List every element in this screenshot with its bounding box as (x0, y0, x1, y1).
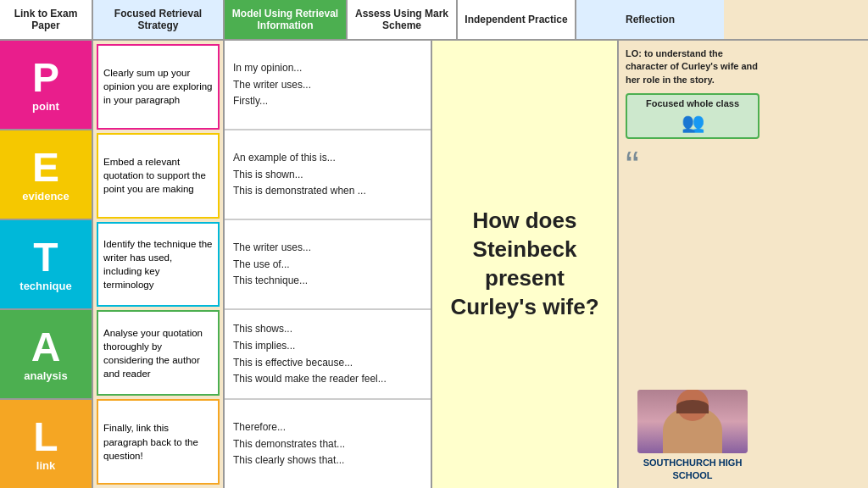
phrase-p-3: Firstly... (233, 94, 422, 108)
school-section: SOUTHCHURCH HIGH SCHOOL (626, 390, 760, 481)
desc-point: Clearly sum up your opinion you are expl… (97, 44, 220, 130)
phrase-p-2: The writer uses... (233, 78, 422, 92)
label-technique: technique (19, 280, 71, 292)
phrases-column: In my opinion... The writer uses... Firs… (225, 41, 432, 488)
phrase-block-t: The writer uses... The use of... This te… (225, 220, 431, 310)
phrase-block-a: This shows... This implies... This is ef… (225, 310, 431, 400)
school-photo (637, 390, 748, 453)
lo-body: to understand the character of Curley's … (626, 48, 758, 85)
tab-model-label: Model Using Retrieval Information (230, 8, 341, 32)
phrase-l-3: This clearly shows that... (233, 453, 422, 468)
letter-column: P point E evidence T technique A analysi… (0, 41, 93, 488)
tab-assess[interactable]: Assess Using Mark Scheme (348, 0, 458, 39)
tab-link-exam-label: Link to Exam Paper (5, 8, 86, 32)
phrase-block-p: In my opinion... The writer uses... Firs… (225, 41, 431, 130)
phrase-e-1: An example of this is... (233, 151, 422, 165)
phrase-block-e: An example of this is... This is shown..… (225, 130, 431, 220)
label-link: link (36, 459, 55, 472)
desc-technique-text: Identify the technique the writer has us… (103, 237, 213, 291)
desc-link-text: Finally, link this paragraph back to the… (103, 421, 213, 462)
reflection-column: LO: to understand the character of Curle… (619, 41, 766, 488)
tab-assess-label: Assess Using Mark Scheme (353, 8, 451, 32)
school-name-text: SOUTHCHURCH HIGH SCHOOL (626, 457, 760, 481)
question-box: How does Steinbeck present Curley's wife… (432, 41, 619, 488)
phrase-t-3: This technique... (233, 274, 422, 288)
quote-icon: “ (626, 146, 639, 186)
tab-focused-retrieval[interactable]: Focused Retrieval Strategy (93, 0, 225, 39)
phrase-block-l: Therefore... This demonstrates that... T… (225, 400, 431, 488)
phrase-e-3: This is demonstrated when ... (233, 184, 422, 198)
phrase-a-2: This implies... (233, 339, 422, 353)
letter-l: L (33, 417, 58, 458)
phrase-a-4: This would make the reader feel... (233, 372, 422, 386)
desc-evidence: Embed a relevant quotation to support th… (97, 133, 220, 219)
desc-technique: Identify the technique the writer has us… (97, 222, 220, 308)
lo-statement: LO: to understand the character of Curle… (626, 47, 760, 86)
desc-evidence-text: Embed a relevant quotation to support th… (103, 155, 213, 196)
letter-a: A (31, 327, 61, 368)
focused-whole-class-box: Focused whole class 👥 (626, 93, 760, 139)
label-evidence: evidence (22, 190, 70, 202)
tab-link-exam[interactable]: Link to Exam Paper (0, 0, 93, 39)
tab-independent[interactable]: Independent Practice (458, 0, 576, 39)
desc-point-text: Clearly sum up your opinion you are expl… (103, 66, 213, 107)
label-point: point (32, 100, 59, 113)
letter-block-e: E evidence (0, 130, 92, 220)
label-analysis: analysis (24, 369, 67, 382)
desc-analysis: Analyse your quotation thoroughly by con… (97, 310, 220, 396)
letter-block-l: L link (0, 400, 92, 488)
letter-p: P (32, 58, 59, 98)
phrase-e-2: This is shown... (233, 168, 422, 182)
question-text: How does Steinbeck present Curley's wife… (446, 207, 604, 321)
focused-label: Focused whole class (631, 98, 754, 108)
letter-block-p: P point (0, 41, 92, 130)
desc-analysis-text: Analyse your quotation thoroughly by con… (103, 326, 213, 380)
tab-reflection-label: Reflection (626, 14, 675, 25)
description-column: Clearly sum up your opinion you are expl… (93, 41, 225, 488)
tab-model[interactable]: Model Using Retrieval Information (225, 0, 348, 39)
desc-link: Finally, link this paragraph back to the… (97, 399, 220, 485)
phrase-p-1: In my opinion... (233, 61, 422, 75)
letter-block-a: A analysis (0, 310, 92, 400)
letter-e: E (32, 147, 59, 188)
phrase-t-1: The writer uses... (233, 241, 422, 255)
phrase-a-1: This shows... (233, 322, 422, 336)
letter-block-t: T technique (0, 220, 92, 310)
header-bar: Link to Exam Paper Focused Retrieval Str… (0, 0, 868, 41)
tab-independent-label: Independent Practice (465, 14, 567, 25)
phrase-t-2: The use of... (233, 258, 422, 272)
phrase-a-3: This is effective because... (233, 356, 422, 370)
phrase-l-2: This demonstrates that... (233, 437, 422, 452)
tab-focused-label: Focused Retrieval Strategy (98, 8, 218, 32)
phrase-l-1: Therefore... (233, 420, 422, 435)
letter-t: T (33, 237, 58, 278)
tab-reflection[interactable]: Reflection (576, 0, 724, 39)
people-icon: 👥 (631, 112, 754, 134)
lo-bold: LO: (626, 48, 642, 58)
main-content: P point E evidence T technique A analysi… (0, 41, 868, 488)
